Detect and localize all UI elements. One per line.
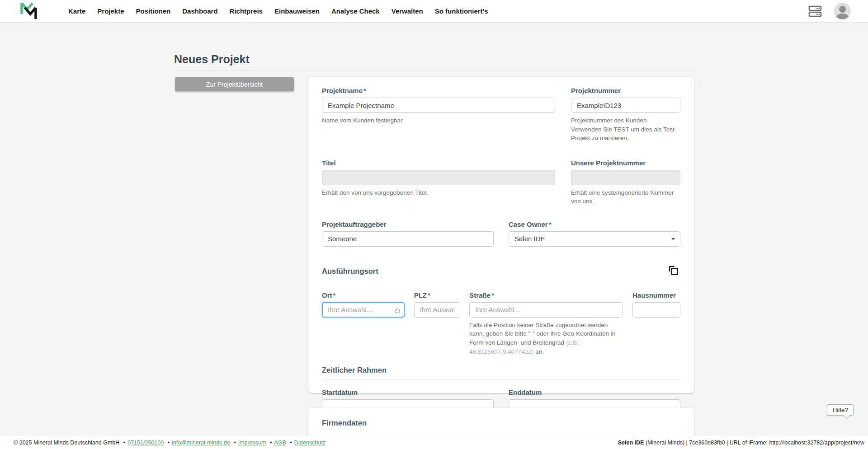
nav-item-verwalten[interactable]: Verwalten [386,0,429,23]
page-title: Neues Projekt [174,53,250,66]
impressum-link[interactable]: Impressum [238,440,266,446]
copy-icon [668,265,679,276]
case-owner-label: Case Owner* [509,220,680,228]
agb-link[interactable]: AGB [274,440,286,446]
titel-hint: Erhält den von uns vorgegebenen Titel. [322,188,555,197]
projektnummer-input[interactable] [571,98,680,113]
required-asterisk: * [491,291,494,299]
required-asterisk: * [549,220,552,228]
nav-item-analyse-check[interactable]: Analyse Check [326,0,386,23]
user-avatar[interactable] [834,3,851,19]
nav-item-dashboard[interactable]: Dashboard [176,0,223,23]
zur-projektuebersicht-button[interactable]: Zur Projektübersicht [175,77,294,91]
status-details: (Mineral Minds) | 7ce360e83fb0 | URL of … [644,440,864,446]
titel-field-group: Titel Erhält den von uns vorgegebenen Ti… [322,159,555,206]
case-owner-selected-value: Selen IDE [514,235,545,243]
required-asterisk: * [428,291,430,299]
required-asterisk: * [333,291,336,299]
zeitlicher-rahmen-heading: Zeitlicher Rahmen [322,366,680,374]
project-form-card: Projektname* Name vom Kunden festlegbar … [308,77,694,393]
strasse-label: Straße* [469,291,623,299]
section-divider [322,432,680,432]
case-owner-field-group: Case Owner* Selen IDE [509,220,680,247]
nav-item-so-funktionierts[interactable]: So funktioniert's [429,0,494,23]
server-icon[interactable] [808,5,822,18]
chevron-down-icon [671,238,675,240]
status-app-name: Selen IDE [618,440,644,446]
plz-input[interactable] [414,302,460,318]
case-owner-select[interactable]: Selen IDE [509,231,680,247]
plz-field-group: PLZ* [414,291,460,318]
unsere-projektnummer-label: Unsere Projektnummer [571,159,680,167]
enddatum-label: Enddatum [509,388,680,396]
projektauftraggeber-input[interactable] [322,231,494,247]
projektname-label: Projektname* [322,87,555,94]
ort-input[interactable] [322,302,405,318]
plz-label: PLZ* [414,291,460,299]
strasse-hint: Falls die Position keiner Straße zugeord… [469,321,621,356]
required-asterisk: * [363,87,366,94]
section-divider [322,283,680,283]
hausnummer-field-group: Hausnummer [632,291,680,318]
nav-item-positionen[interactable]: Positionen [130,0,177,23]
speech-bubble-tail-icon [844,412,850,419]
loading-spinner-icon [395,309,400,313]
unsere-projektnummer-hint: Erhält eine systemgenerierte Nummer von … [571,188,680,206]
top-nav-bar: Karte Projekte Positionen Dashboard Rich… [0,0,868,23]
header-actions [808,3,851,19]
projektauftraggeber-label: Projektauftraggeber [322,220,494,228]
title-divider [174,70,693,70]
phone-link[interactable]: 07151/250100 [127,440,164,446]
section-divider [322,379,680,379]
ausfuehrungsort-heading: Ausführungsort [322,267,378,276]
ort-field-group: Ort* [322,291,405,318]
strasse-input[interactable] [469,302,623,318]
titel-label: Titel [322,159,555,167]
copy-address-button[interactable] [667,265,680,278]
projektnummer-hint: Projektnummer des Kunden. Verwenden Sie … [571,116,680,143]
mineral-minds-logo-icon[interactable] [19,2,38,21]
datenschutz-link[interactable]: Datenschutz [294,440,326,446]
titel-input [322,170,555,185]
nav-item-karte[interactable]: Karte [62,0,91,23]
unsere-projektnummer-input [571,170,680,185]
ort-label: Ort* [322,291,405,299]
hausnummer-input[interactable] [632,302,680,318]
zeitlicher-rahmen-section: Zeitlicher Rahmen Startdatum Enddatum [322,366,680,415]
strasse-field-group: Straße* [469,291,623,318]
footer-status: Selen IDE (Mineral Minds) | 7ce360e83fb0… [618,440,864,446]
nav-item-einbauweisen[interactable]: Einbauweisen [269,0,326,23]
email-link[interactable]: info@mineral-minds.de [172,440,230,446]
help-button[interactable]: Hilfe? [827,404,854,416]
footer-left: © 2025 Mineral Minds Deutschland GmbH •0… [14,440,326,446]
ausfuehrungsort-section: Ausführungsort Ort* PLZ* [322,265,680,356]
projektauftraggeber-field-group: Projektauftraggeber [322,220,494,247]
firmendaten-heading: Firmendaten [322,419,680,427]
hausnummer-label: Hausnummer [632,291,680,299]
avatar-head-icon [839,6,846,13]
main-nav: Karte Projekte Positionen Dashboard Rich… [62,0,494,23]
projektname-input[interactable] [322,98,555,113]
footer-bar: © 2025 Mineral Minds Deutschland GmbH •0… [0,436,868,449]
unsere-projektnummer-field-group: Unsere Projektnummer Erhält eine systemg… [571,159,680,206]
startdatum-label: Startdatum [322,388,494,396]
projektname-field-group: Projektname* Name vom Kunden festlegbar [322,87,555,143]
copyright-text: © 2025 Mineral Minds Deutschland GmbH [14,440,119,446]
avatar-body-icon [836,14,849,19]
nav-item-projekte[interactable]: Projekte [91,0,130,23]
nav-item-richtpreis[interactable]: Richtpreis [224,0,269,23]
projektnummer-label: Projektnummer [571,87,680,94]
projektnummer-field-group: Projektnummer Projektnummer des Kunden. … [571,87,680,143]
projektname-hint: Name vom Kunden festlegbar [322,116,555,125]
